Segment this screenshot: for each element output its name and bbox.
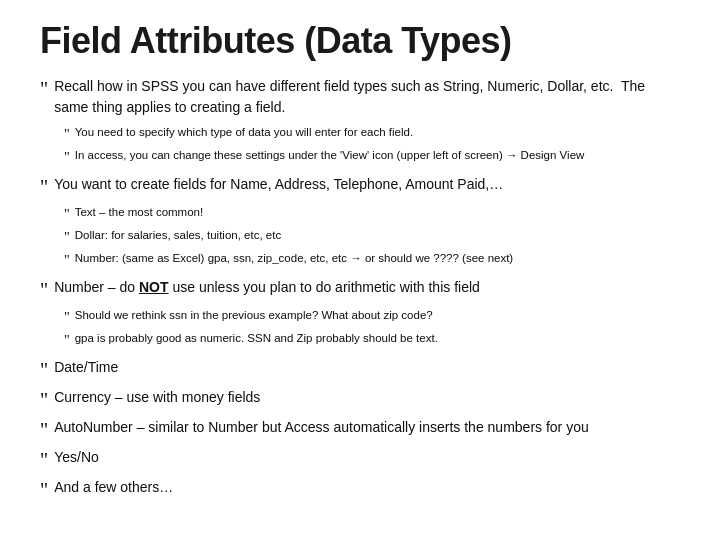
list-item: " Number – do NOT use unless you plan to… <box>40 277 680 305</box>
list-item: " Date/Time <box>40 357 680 385</box>
section-autonumber-text: AutoNumber – similar to Number but Acces… <box>54 417 680 438</box>
sub-bullet-icon: " <box>64 204 70 225</box>
bullet-icon-3: " <box>40 275 48 305</box>
bullet-icon-7: " <box>40 445 48 475</box>
list-item: " gpa is probably good as numeric. SSN a… <box>64 330 680 351</box>
list-item: " Recall how in SPSS you can have differ… <box>40 76 680 118</box>
slide-content: " Recall how in SPSS you can have differ… <box>40 76 680 505</box>
bullet-icon-8: " <box>40 475 48 505</box>
sub-text-3a: Should we rethink ssn in the previous ex… <box>75 307 680 324</box>
list-item: " You want to create fields for Name, Ad… <box>40 174 680 202</box>
sub-bullet-icon: " <box>64 250 70 271</box>
sub-text-2c: Number: (same as Excel) gpa, ssn, zip_co… <box>75 250 680 267</box>
sub-bullet-icon: " <box>64 147 70 168</box>
list-item: " Currency – use with money fields <box>40 387 680 415</box>
list-item: " In access, you can change these settin… <box>64 147 680 168</box>
section-currency-text: Currency – use with money fields <box>54 387 680 408</box>
section-number-text: Number – do NOT use unless you plan to d… <box>54 277 680 298</box>
list-item: " You need to specify which type of data… <box>64 124 680 145</box>
section-recall-text: Recall how in SPSS you can have differen… <box>54 76 680 118</box>
list-item: " AutoNumber – similar to Number but Acc… <box>40 417 680 445</box>
not-text: NOT <box>139 279 169 295</box>
section-yesno-text: Yes/No <box>54 447 680 468</box>
list-item: " Yes/No <box>40 447 680 475</box>
list-item: " Dollar: for salaries, sales, tuition, … <box>64 227 680 248</box>
sub-text-1b: In access, you can change these settings… <box>75 147 680 164</box>
bullet-icon-1: " <box>40 74 48 104</box>
section-others-text: And a few others… <box>54 477 680 498</box>
bullet-icon-4: " <box>40 355 48 385</box>
list-item: " Text – the most common! <box>64 204 680 225</box>
slide-title: Field Attributes (Data Types) <box>40 20 680 62</box>
slide: Field Attributes (Data Types) " Recall h… <box>0 0 720 540</box>
bullet-icon-5: " <box>40 385 48 415</box>
bullet-icon-6: " <box>40 415 48 445</box>
sub-text-1a: You need to specify which type of data y… <box>75 124 680 141</box>
section-datetime-text: Date/Time <box>54 357 680 378</box>
sub-bullet-icon: " <box>64 227 70 248</box>
bullet-icon-2: " <box>40 172 48 202</box>
sub-bullet-icon: " <box>64 307 70 328</box>
sub-bullet-icon: " <box>64 330 70 351</box>
sub-bullet-icon: " <box>64 124 70 145</box>
section-create-text: You want to create fields for Name, Addr… <box>54 174 680 195</box>
sub-text-2b: Dollar: for salaries, sales, tuition, et… <box>75 227 680 244</box>
sub-text-3b: gpa is probably good as numeric. SSN and… <box>75 330 680 347</box>
list-item: " Should we rethink ssn in the previous … <box>64 307 680 328</box>
sub-text-2a: Text – the most common! <box>75 204 680 221</box>
list-item: " Number: (same as Excel) gpa, ssn, zip_… <box>64 250 680 271</box>
list-item: " And a few others… <box>40 477 680 505</box>
